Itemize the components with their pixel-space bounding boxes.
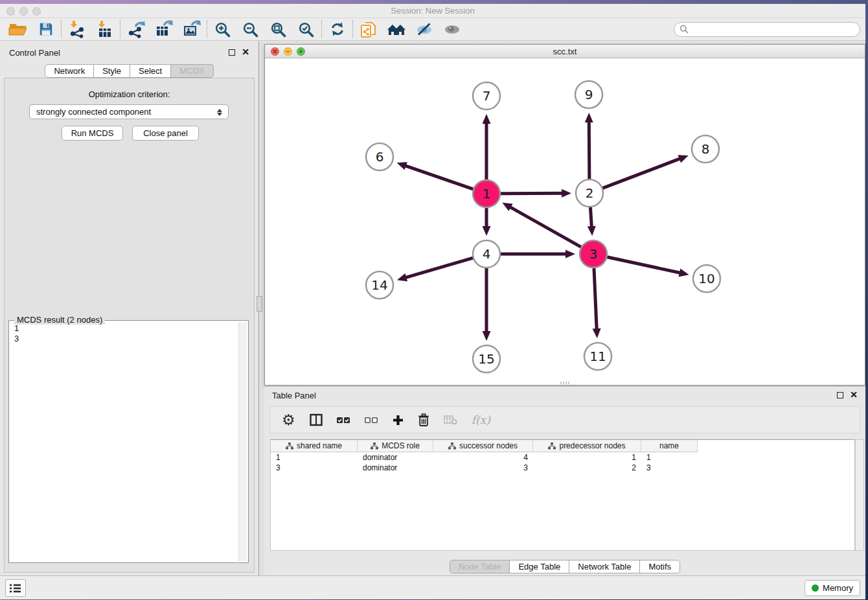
edge-1-2[interactable] <box>500 193 564 194</box>
edge-2-3[interactable] <box>590 207 591 228</box>
import-network-icon[interactable] <box>63 19 91 40</box>
column-header-label: predecessor nodes <box>559 441 625 450</box>
node-table: shared nameMCDS rolesuccessor nodesprede… <box>270 439 855 551</box>
settings-gear-icon[interactable]: ⚙ <box>282 413 295 428</box>
graph-node-9[interactable]: 9 <box>575 81 602 108</box>
open-file-icon[interactable] <box>4 19 32 40</box>
close-panel-button[interactable]: Close panel <box>132 126 199 141</box>
tab-select[interactable]: Select <box>130 64 171 78</box>
hierarchy-icon <box>548 443 556 450</box>
zoom-out-icon[interactable] <box>236 19 264 40</box>
toolbar-separator <box>321 20 322 38</box>
graph-node-4[interactable]: 4 <box>473 240 500 268</box>
select-all-icon[interactable] <box>337 416 350 424</box>
close-table-panel-icon[interactable]: ✕ <box>850 389 858 400</box>
toolbar-separator <box>207 20 207 38</box>
table-cell: 3 <box>641 463 698 472</box>
graph-node-14[interactable]: 14 <box>366 271 393 299</box>
clone-network-icon[interactable] <box>354 19 382 40</box>
edge-arrowhead-icon <box>679 269 689 277</box>
refresh-icon[interactable] <box>323 19 351 40</box>
column-header-shared-name[interactable]: shared name <box>271 440 358 452</box>
svg-text:2: 2 <box>586 185 594 201</box>
tab-node-table[interactable]: Node Table <box>450 560 510 573</box>
svg-text:11: 11 <box>589 349 606 364</box>
edge-arrowhead-icon <box>585 113 593 122</box>
table-row[interactable]: 3dominator323 <box>271 463 854 473</box>
delete-icon[interactable] <box>418 413 429 426</box>
export-network-icon[interactable] <box>122 19 150 40</box>
table-row[interactable]: 1dominator411 <box>271 452 854 463</box>
search-input[interactable] <box>691 23 860 35</box>
graph-node-7[interactable]: 7 <box>473 82 500 110</box>
graph-node-8[interactable]: 8 <box>692 135 719 163</box>
home-icon[interactable] <box>382 19 410 40</box>
graph-node-1[interactable]: 1 <box>473 180 500 207</box>
network-frame-titlebar[interactable]: ✕ − + scc.txt <box>265 45 865 58</box>
memory-button[interactable]: Memory <box>805 580 860 596</box>
graph-node-10[interactable]: 10 <box>693 265 720 292</box>
tab-network-table[interactable]: Network Table <box>569 560 640 573</box>
task-history-button[interactable] <box>5 579 26 597</box>
mcds-result-line: 1 <box>14 323 236 334</box>
canvas-resize-handle[interactable] <box>560 382 569 384</box>
edge-3-1[interactable] <box>509 207 582 248</box>
result-scrollbar[interactable] <box>238 322 247 561</box>
column-header-name[interactable]: name <box>641 440 698 452</box>
run-mcds-button[interactable]: Run MCDS <box>62 126 123 141</box>
destroy-table-icon[interactable] <box>444 415 457 425</box>
edge-1-6[interactable] <box>404 165 474 189</box>
column-header-successor-nodes[interactable]: successor nodes <box>433 440 533 452</box>
close-panel-icon[interactable]: ✕ <box>242 47 249 57</box>
graph-node-2[interactable]: 2 <box>576 179 603 207</box>
graph-node-15[interactable]: 15 <box>473 345 500 373</box>
zoom-fit-icon[interactable] <box>264 19 292 40</box>
float-panel-icon[interactable] <box>229 49 235 56</box>
edge-4-14[interactable] <box>404 258 473 278</box>
export-image-icon[interactable] <box>177 19 205 40</box>
zoom-in-icon[interactable] <box>209 19 236 40</box>
edge-arrowhead-icon <box>483 114 491 124</box>
import-table-icon[interactable] <box>91 19 119 40</box>
export-table-icon[interactable] <box>150 19 177 40</box>
panel-splitter-handle[interactable] <box>257 296 262 312</box>
edge-arrowhead-icon <box>678 155 688 163</box>
network-frame-title: scc.txt <box>265 47 865 56</box>
mcds-result-text[interactable]: 13 <box>10 323 236 561</box>
edge-2-8[interactable] <box>602 158 681 188</box>
show-columns-icon[interactable] <box>310 413 323 426</box>
column-header-MCDS-role[interactable]: MCDS role <box>358 440 433 452</box>
graph-node-3[interactable]: 3 <box>580 240 607 268</box>
main-area: Control Panel ✕ NetworkStyleSelectMCDS O… <box>0 41 865 575</box>
tab-mcds[interactable]: MCDS <box>171 64 213 78</box>
float-table-panel-icon[interactable] <box>837 392 843 398</box>
table-cell: 3 <box>271 463 358 472</box>
network-canvas[interactable]: 7968124314101511 <box>265 58 865 385</box>
table-cell: 1 <box>533 453 641 462</box>
edge-3-10[interactable] <box>607 257 681 273</box>
tab-network[interactable]: Network <box>45 64 94 78</box>
optimization-criterion-select[interactable]: strongly connected component <box>29 104 229 119</box>
column-header-predecessor-nodes[interactable]: predecessor nodes <box>533 440 641 452</box>
tab-motifs[interactable]: Motifs <box>640 560 680 573</box>
graph-node-6[interactable]: 6 <box>366 143 393 170</box>
table-scrollbar[interactable] <box>855 439 864 551</box>
edge-3-11[interactable] <box>594 268 597 330</box>
eye-icon[interactable] <box>438 19 466 40</box>
graph-node-11[interactable]: 11 <box>584 343 611 370</box>
column-header-label: name <box>659 441 679 450</box>
zoom-selected-icon[interactable] <box>292 19 320 40</box>
edge-2-9[interactable] <box>589 121 589 179</box>
window-titlebar: Session: New Session <box>0 4 865 18</box>
tab-edge-table[interactable]: Edge Table <box>510 560 569 573</box>
deselect-all-icon[interactable] <box>365 416 378 424</box>
save-session-icon[interactable] <box>32 19 60 40</box>
add-icon[interactable] <box>393 415 404 426</box>
function-builder-icon[interactable]: f(x) <box>472 413 490 426</box>
table-cell: dominator <box>358 453 433 462</box>
tab-style[interactable]: Style <box>94 64 130 78</box>
edge-arrowhead-icon <box>483 331 491 341</box>
eye-slash-icon[interactable] <box>410 19 438 40</box>
svg-text:14: 14 <box>371 277 387 293</box>
table-cell: 2 <box>533 463 641 472</box>
